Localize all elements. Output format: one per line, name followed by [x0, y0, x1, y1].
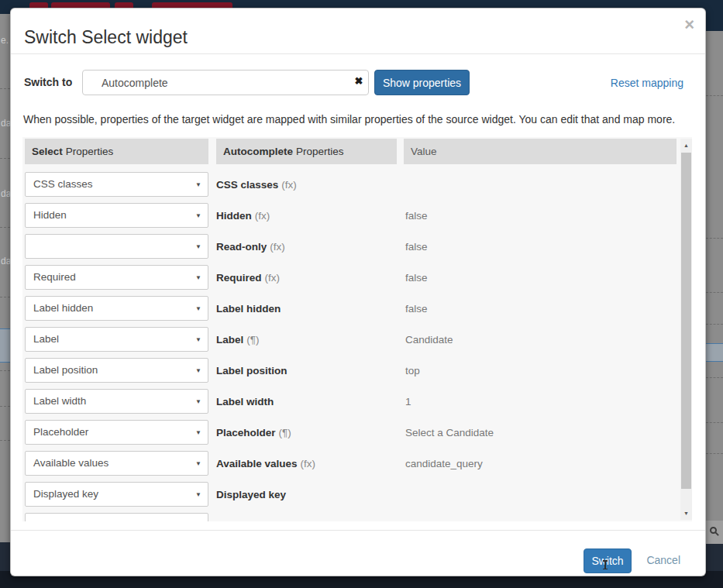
target-property-name: Displayed key	[216, 489, 286, 500]
selected-field-outline	[706, 343, 723, 362]
selected-field-outline	[0, 328, 10, 363]
source-property-select-value: Required	[33, 266, 76, 289]
column-header-normal: Value	[411, 146, 437, 157]
target-property-name: Label position	[216, 365, 287, 377]
column-header-strong: Autocomplete	[223, 146, 293, 157]
source-property-select[interactable]: Label width▼	[25, 389, 208, 414]
scrollbar-thumb[interactable]	[681, 153, 691, 489]
source-property-select[interactable]: Required▼	[25, 265, 208, 290]
source-property-select[interactable]: Displayed key▼	[25, 482, 208, 507]
dashed-divider	[706, 95, 723, 96]
table-row: Label▼Label(¶)Candidate	[22, 324, 680, 355]
target-property-name: Label hidden	[216, 303, 281, 315]
mapping-description: When possible, properties of the target …	[23, 113, 696, 126]
dashed-divider	[0, 406, 10, 407]
column-header-strong: Select	[32, 146, 63, 157]
chevron-down-icon: ▼	[195, 367, 201, 374]
chevron-down-icon: ▼	[195, 460, 201, 467]
source-property-select[interactable]: ▼	[25, 513, 208, 521]
source-property-select[interactable]: Placeholder▼	[25, 420, 208, 445]
target-property-label: Required(fx)	[216, 272, 404, 284]
chevron-down-icon: ▼	[195, 305, 201, 312]
table-row: CSS classes▼CSS classes(fx)	[22, 169, 680, 200]
source-property-select[interactable]: Label hidden▼	[25, 296, 208, 321]
chevron-down-icon: ▼	[195, 429, 201, 436]
target-property-name: Available values	[216, 458, 298, 469]
dashed-divider	[706, 324, 723, 325]
source-property-select-value: Label width	[33, 390, 86, 413]
target-property-type-suffix: (fx)	[265, 272, 281, 284]
table-row: Placeholder▼Placeholder(¶)Select a Candi…	[22, 417, 680, 448]
target-property-label: Label hidden	[216, 303, 404, 315]
close-icon[interactable]: ×	[684, 16, 694, 33]
text-cursor	[604, 561, 606, 569]
source-property-select-value: Label position	[33, 359, 98, 382]
dashed-divider	[0, 227, 10, 228]
dashed-divider	[706, 422, 723, 423]
source-property-select[interactable]: Available values▼	[25, 451, 208, 476]
target-property-type-suffix: (¶)	[246, 334, 259, 346]
scroll-down-icon[interactable]: ▼	[680, 507, 692, 520]
source-property-select[interactable]: ▼	[25, 234, 208, 259]
target-property-type-suffix: (fx)	[281, 179, 297, 191]
column-header-autocomplete-properties: AutocompleteProperties	[216, 139, 397, 164]
show-properties-button[interactable]: Show properties	[374, 70, 470, 95]
dashed-divider	[0, 370, 10, 371]
column-header-normal: Properties	[296, 146, 344, 157]
cancel-link[interactable]: Cancel	[646, 554, 680, 566]
source-property-select-value: Label hidden	[33, 297, 93, 320]
source-property-select[interactable]: Hidden▼	[25, 203, 208, 228]
target-property-label: Label width	[216, 396, 404, 407]
target-property-name: Read-only	[216, 241, 267, 253]
chevron-down-icon: ▼	[195, 181, 201, 188]
switch-to-input[interactable]	[82, 70, 369, 95]
dashed-divider	[0, 440, 10, 441]
target-property-name: Hidden	[216, 210, 252, 222]
source-property-select-value: Placeholder	[33, 421, 88, 444]
background-text-fragment: e.	[1, 35, 9, 46]
target-property-type-suffix: (¶)	[279, 427, 291, 438]
switch-button[interactable]: Switch	[584, 548, 632, 573]
target-property-label: Label(¶)	[216, 334, 404, 346]
zoom-button	[706, 521, 723, 544]
table-row: Label hidden▼Label hiddenfalse	[22, 293, 680, 324]
switch-widget-dialog: Switch Select widget × Switch to ✖ Show …	[10, 8, 706, 576]
target-property-label: Label position	[216, 365, 404, 377]
scroll-up-icon[interactable]: ▲	[680, 139, 692, 152]
column-header-value: Value	[404, 139, 677, 164]
source-property-select-value: Label	[33, 328, 59, 351]
footer-divider	[11, 530, 705, 531]
target-property-type-suffix: (fx)	[255, 210, 270, 222]
source-property-select-value: CSS classes	[33, 173, 93, 196]
dashed-divider	[706, 292, 723, 293]
target-property-name: Label	[216, 334, 243, 346]
source-property-select[interactable]: Label position▼	[25, 358, 208, 383]
reset-mapping-link[interactable]: Reset mapping	[611, 77, 683, 89]
source-property-select-value: Available values	[33, 452, 108, 475]
target-property-label: Placeholder(¶)	[216, 427, 404, 438]
dashed-divider	[0, 297, 10, 297]
target-property-name: Placeholder	[216, 427, 276, 438]
property-value: 1	[404, 396, 680, 407]
dashed-divider	[706, 238, 723, 239]
target-property-type-suffix: (fx)	[301, 458, 316, 469]
clear-icon[interactable]: ✖	[352, 75, 366, 87]
source-property-select-value: Displayed key	[33, 483, 98, 506]
source-property-select[interactable]: CSS classes▼	[25, 172, 208, 197]
target-property-label: Displayed key	[216, 489, 404, 500]
chevron-down-icon: ▼	[195, 336, 201, 343]
table-row: Label width▼Label width1	[22, 386, 680, 417]
search-icon	[710, 527, 717, 534]
property-value: false	[404, 272, 680, 284]
background-page	[0, 14, 10, 34]
chevron-down-icon: ▼	[195, 243, 201, 250]
properties-table-body: CSS classes▼CSS classes(fx)Hidden▼Hidden…	[22, 169, 680, 521]
dialog-title: Switch Select widget	[24, 27, 188, 48]
property-value: false	[404, 241, 680, 253]
table-scrollbar[interactable]: ▲ ▼	[680, 139, 692, 520]
table-row: ▼	[22, 510, 680, 521]
chevron-down-icon: ▼	[195, 212, 201, 219]
source-property-select[interactable]: Label▼	[25, 327, 208, 352]
property-value: Candidate	[404, 334, 680, 346]
target-property-name: CSS classes	[216, 179, 278, 191]
